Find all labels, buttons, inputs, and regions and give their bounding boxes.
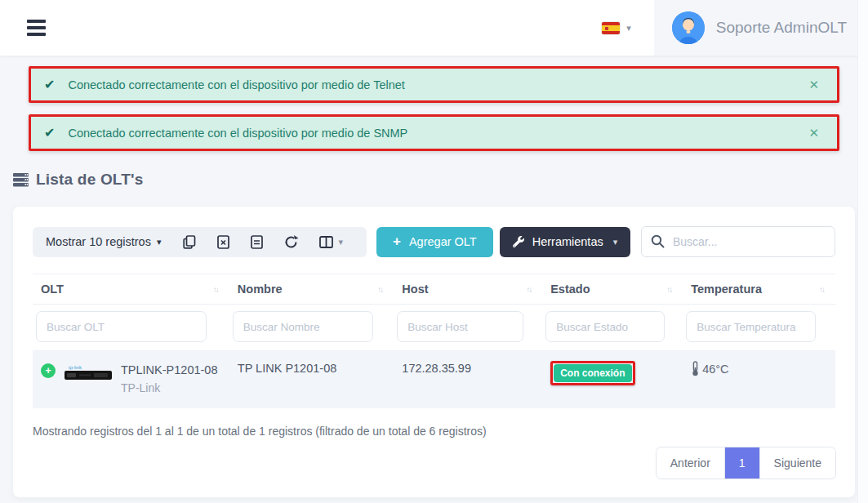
alert-message: Conectado correctamente con el dispositi… [68,78,805,91]
copy-icon [183,235,196,249]
table-header-row: OLT↑↓ Nombre↑↓ Host↑↓ Estado↑↓ Temperatu… [33,274,835,305]
user-name-label: Soporte AdminOLT [716,19,847,37]
check-icon: ✔ [44,77,55,92]
temperature-value: 46°C [702,363,728,376]
pagination-page-1-button[interactable]: 1 [725,447,760,479]
spain-flag-icon [602,22,620,34]
column-header-estado[interactable]: Estado↑↓ [542,274,683,305]
column-header-nombre[interactable]: Nombre↑↓ [229,274,394,305]
tools-dropdown-button[interactable]: Herramientas ▾ [500,227,631,257]
olt-table: OLT↑↓ Nombre↑↓ Host↑↓ Estado↑↓ Temperatu… [33,274,835,408]
export-excel-button[interactable] [207,232,240,252]
wrench-icon [513,236,524,247]
chevron-down-icon: ▾ [338,237,343,247]
pagination-prev-button[interactable]: Anterior [657,447,725,479]
add-olt-button[interactable]: + Agregar OLT [376,227,493,257]
pagination: Anterior 1 Siguiente [657,447,835,479]
refresh-button[interactable] [274,232,309,252]
pagination-next-button[interactable]: Siguiente [760,447,835,479]
user-menu[interactable]: Soporte AdminOLT [654,0,868,56]
tools-button-label: Herramientas [532,235,603,248]
sort-icon[interactable]: ↑↓ [526,285,534,294]
table-toolbar-group: Mostrar 10 registros ▾ [33,227,367,257]
sort-icon[interactable]: ↑↓ [666,285,674,294]
chevron-down-icon: ▾ [626,23,631,33]
excel-file-icon [217,235,229,249]
column-header-temperatura[interactable]: Temperatura↑↓ [683,274,835,305]
table-filter-row [33,305,835,351]
check-icon: ✔ [44,125,55,140]
columns-icon [319,236,333,248]
alert-telnet-success: ✔ Conectado correctamente con el disposi… [29,66,839,103]
document-icon [251,235,263,249]
sort-icon[interactable]: ↑↓ [213,285,221,294]
avatar [672,11,705,44]
refresh-icon [284,235,298,249]
copy-button[interactable] [172,232,207,252]
add-olt-button-label: Agregar OLT [409,235,477,248]
page-title-row: Lista de OLT's [13,171,868,189]
filter-host-input[interactable] [397,311,523,342]
filter-temperatura-input[interactable] [686,311,816,342]
export-file-button[interactable] [240,232,274,252]
olt-brand-label: TP-Link [121,381,217,394]
page-title: Lista de OLT's [36,171,144,189]
sort-icon[interactable]: ↑↓ [377,285,385,294]
sort-icon[interactable]: ↑↓ [819,285,827,294]
plus-icon: + [393,234,401,250]
show-entries-label: Mostrar 10 registros [46,235,151,248]
status-badge-highlight: Con conexión [550,361,634,385]
search-input[interactable] [641,226,835,257]
olt-nombre-value: TP LINK P1201-08 [238,362,336,375]
column-visibility-dropdown[interactable]: ▾ [309,233,354,252]
close-icon[interactable]: ✕ [805,124,822,142]
olt-device-image: tp-link [63,363,114,390]
table-row: + tp-link TPLINK-P1201-08 [33,351,835,408]
status-badge: Con conexión [554,364,631,382]
filter-olt-input[interactable] [36,311,207,342]
server-icon [13,173,29,187]
alert-snmp-success: ✔ Conectado correctamente con el disposi… [29,114,839,151]
chevron-down-icon: ▾ [613,237,618,247]
olt-model-label: TPLINK-P1201-08 [121,361,217,376]
column-header-host[interactable]: Host↑↓ [394,274,542,305]
close-icon[interactable]: ✕ [805,76,822,94]
filter-estado-input[interactable] [545,311,664,342]
filter-nombre-input[interactable] [233,311,374,342]
thermometer-icon [691,361,700,376]
svg-text:tp-link: tp-link [69,365,82,370]
search-icon [651,234,665,248]
alert-message: Conectado correctamente con el dispositi… [68,127,805,140]
show-entries-dropdown[interactable]: Mostrar 10 registros ▾ [46,235,172,248]
chevron-down-icon: ▾ [157,237,162,247]
browser-scrollbar-track[interactable] [857,0,868,503]
olt-list-card: Mostrar 10 registros ▾ [13,207,855,497]
table-info-text: Mostrando registros del 1 al 1 de un tot… [33,425,835,438]
top-navbar: ▾ Soporte AdminOLT [0,0,868,56]
olt-host-value: 172.28.35.99 [402,362,471,375]
language-dropdown[interactable]: ▾ [579,0,654,56]
column-header-olt[interactable]: OLT↑↓ [33,274,229,305]
expand-row-button[interactable]: + [41,363,56,378]
sidebar-toggle-hamburger-icon[interactable] [27,16,46,39]
